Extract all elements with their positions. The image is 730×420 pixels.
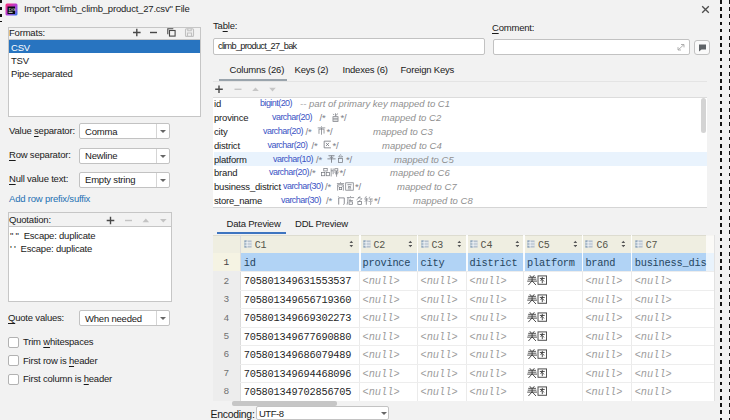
svg-text:DG: DG	[9, 7, 16, 12]
